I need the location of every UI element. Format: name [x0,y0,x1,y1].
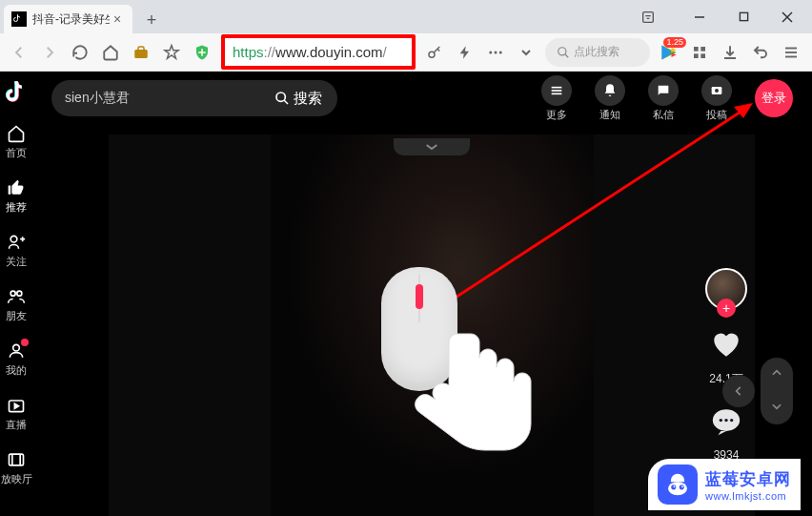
search-icon [557,46,570,59]
svg-point-18 [10,236,17,242]
svg-rect-5 [134,50,148,58]
new-tab-button[interactable]: + [138,7,165,33]
browser-search-box[interactable]: 点此搜索 [545,38,650,67]
tab-close-icon[interactable]: × [110,11,125,27]
more-icon[interactable] [484,41,507,64]
download-icon[interactable] [719,41,741,64]
thumbs-up-icon [6,177,27,198]
cinema-icon [6,449,27,470]
svg-point-6 [429,52,435,57]
play-store-icon[interactable]: 1.25 [658,41,680,64]
nav-briefcase-icon[interactable] [130,41,152,64]
sidebar-item-mine[interactable]: 我的 [6,341,27,378]
url-domain: www.douyin.com [275,44,383,60]
nav-forward-icon[interactable] [38,41,61,64]
svg-rect-2 [740,12,747,20]
search-icon [274,91,290,106]
menu-icon[interactable] [780,41,802,64]
message-icon [648,75,679,106]
site-search-button[interactable]: 搜索 [265,90,332,108]
sidebar-label: 首页 [6,146,27,160]
menu-icon [541,75,572,106]
badge-count: 1.25 [663,37,686,48]
sidebar-item-follow[interactable]: 关注 [6,232,27,269]
window-close-button[interactable] [766,3,808,31]
address-bar[interactable]: https://www.douyin.com/ [233,44,404,60]
nav-shield-icon[interactable] [191,41,213,64]
nav-prev-button[interactable] [722,375,755,407]
chevron-down-icon[interactable] [515,41,538,64]
url-sep: :// [264,44,276,60]
svg-point-20 [17,291,22,296]
bolt-icon[interactable] [454,41,477,64]
window-minimize-button[interactable] [679,3,721,31]
url-path: / [383,44,387,60]
sidebar-item-recommend[interactable]: 推荐 [6,177,27,215]
author-avatar-wrap[interactable]: + [705,268,747,310]
sidebar-item-live[interactable]: 直播 [6,395,27,432]
expand-tab[interactable] [394,138,470,155]
sidebar-item-cinema[interactable]: 放映厅 [1,449,32,486]
sidebar-item-friends[interactable]: 朋友 [6,286,27,323]
home-icon [6,123,27,144]
search-text: sien小慧君 [65,90,265,107]
svg-point-7 [489,51,492,53]
nav-home-icon[interactable] [99,41,122,64]
window-maximize-button[interactable] [722,3,764,31]
search-placeholder: 点此搜索 [574,44,619,60]
top-action-messages[interactable]: 私信 [648,75,679,122]
svg-point-29 [715,89,719,93]
top-action-upload[interactable]: 投稿 [701,75,732,122]
svg-point-33 [730,419,733,422]
user-plus-icon [6,232,27,253]
like-button[interactable] [709,327,743,361]
action-label: 私信 [653,108,674,122]
sidebar-label: 放映厅 [1,472,32,486]
svg-point-10 [558,47,566,54]
url-protocol: https [233,44,264,60]
nav-down-button[interactable] [770,400,783,417]
filter-icon[interactable] [627,3,669,31]
nav-up-button[interactable] [770,366,783,383]
svg-point-21 [13,344,20,351]
douyin-logo[interactable] [3,79,30,106]
browser-tab[interactable]: 抖音-记录美好生活 × [4,5,132,33]
site-search-box[interactable]: sien小慧君 搜索 [51,80,337,116]
nav-star-icon[interactable] [160,41,183,64]
comment-button[interactable] [709,404,743,439]
site-topbar: sien小慧君 搜索 更多 通知 私信 投稿 登录 [32,72,812,125]
svg-point-41 [681,485,683,487]
action-label: 投稿 [706,108,727,122]
login-button[interactable]: 登录 [755,79,793,117]
action-label: 更多 [546,108,567,122]
video-nav-pills [761,358,793,424]
sidebar-label: 朋友 [6,309,27,323]
svg-rect-11 [694,47,699,52]
svg-point-40 [674,485,676,487]
watermark-title: 蓝莓安卓网 [705,468,791,490]
svg-point-32 [724,419,727,422]
browser-titlebar: 抖音-记录美好生活 × + [0,0,812,33]
left-sidebar: 首页 推荐 关注 朋友 我的 直播 放映厅 [0,72,32,516]
upload-icon [701,75,732,106]
svg-point-39 [680,485,684,489]
svg-point-9 [499,51,502,53]
live-icon [6,395,27,416]
top-action-more[interactable]: 更多 [541,75,572,122]
svg-point-24 [276,93,285,101]
watermark: 蓝莓安卓网 www.lmkjst.com [648,459,801,510]
top-action-notifications[interactable]: 通知 [595,75,625,122]
notification-dot [21,339,29,346]
nav-reload-icon[interactable] [69,41,91,64]
sidebar-label: 我的 [6,363,27,378]
login-label: 登录 [761,90,786,107]
undo-icon[interactable] [749,41,772,64]
action-label: 通知 [599,108,620,122]
grid-icon[interactable] [688,41,711,64]
nav-back-icon[interactable] [8,41,30,64]
svg-point-37 [668,482,687,495]
follow-button[interactable]: + [717,299,736,318]
svg-rect-0 [643,11,654,22]
sidebar-item-home[interactable]: 首页 [6,123,27,160]
key-icon[interactable] [423,41,446,64]
